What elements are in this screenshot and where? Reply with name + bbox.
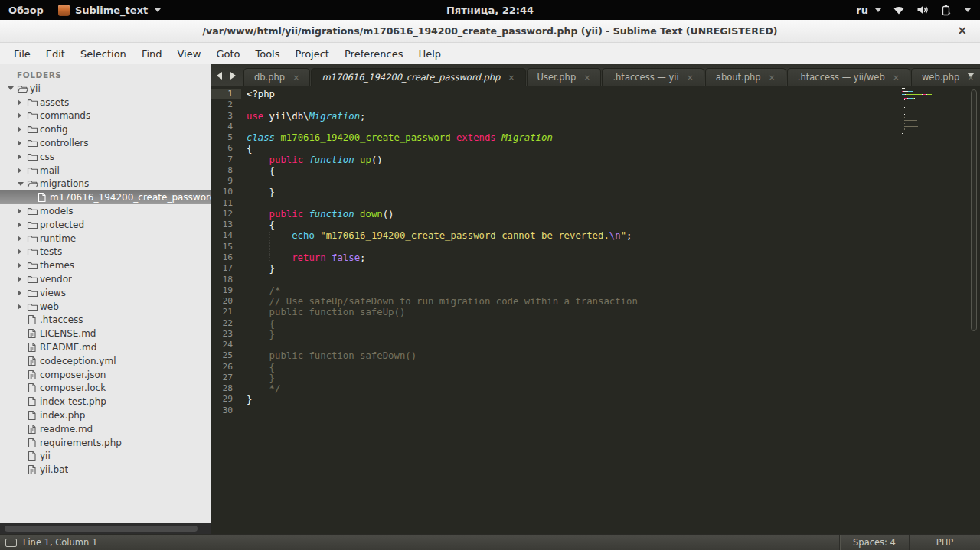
syntax-setting[interactable]: PHP: [909, 535, 980, 550]
code-line[interactable]: 5class m170616_194200_create_password ex…: [211, 132, 980, 143]
code-line[interactable]: 25public function safeDown(): [211, 350, 980, 361]
sidebar-item-css[interactable]: css: [0, 150, 211, 164]
disclosure-triangle-icon[interactable]: [18, 290, 27, 296]
code-line[interactable]: 15: [211, 242, 980, 252]
app-menu-button[interactable]: Sublime_text: [58, 5, 161, 16]
code-line[interactable]: 6{: [211, 143, 980, 154]
code-line[interactable]: 12public function down(): [211, 209, 980, 220]
sidebar-item-web[interactable]: web: [0, 300, 211, 314]
sidebar-item-index.php[interactable]: index.php: [0, 408, 211, 422]
disclosure-triangle-icon[interactable]: [18, 249, 27, 255]
sidebar-item-assets[interactable]: assets: [0, 96, 211, 109]
code-line[interactable]: 27}: [211, 373, 980, 383]
menu-item-file[interactable]: File: [6, 48, 38, 60]
code-area[interactable]: 1<?php23use yii\db\Migration;45class m17…: [211, 86, 980, 534]
menu-item-project[interactable]: Project: [287, 48, 336, 60]
sidebar-horizontal-scrollbar[interactable]: [0, 523, 211, 534]
tab-close-icon[interactable]: ×: [893, 73, 900, 83]
sidebar-item-.htaccess[interactable]: .htaccess: [0, 314, 211, 327]
sidebar-item-views[interactable]: views: [0, 286, 211, 300]
disclosure-triangle-icon[interactable]: [18, 222, 27, 228]
tab-scroll-left-icon[interactable]: [217, 72, 222, 80]
tab-.htaccess — yii[interactable]: .htaccess — yii×: [602, 68, 704, 86]
code-line[interactable]: 13{: [211, 220, 980, 230]
code-line[interactable]: 14echo "m170616_194200_create_password c…: [211, 230, 980, 241]
sidebar-item-yii[interactable]: yii: [0, 450, 211, 464]
sidebar-item-controllers[interactable]: controllers: [0, 136, 211, 150]
code-line[interactable]: 29}: [211, 394, 980, 405]
code-line[interactable]: 10}: [211, 187, 980, 197]
disclosure-triangle-icon[interactable]: [18, 262, 27, 268]
window-close-button[interactable]: ×: [957, 24, 967, 37]
sidebar-item-README.md[interactable]: README.md: [0, 340, 211, 354]
sidebar-item-models[interactable]: models: [0, 204, 211, 218]
menu-item-goto[interactable]: Goto: [208, 48, 247, 60]
tab-scroll-right-icon[interactable]: [230, 72, 236, 80]
code-line[interactable]: 8{: [211, 165, 980, 176]
code-line[interactable]: 3use yii\db\Migration;: [211, 111, 980, 122]
code-line[interactable]: 19/*: [211, 285, 980, 296]
sublime-panel-icon[interactable]: [5, 539, 17, 547]
code-line[interactable]: 2: [211, 99, 980, 110]
disclosure-triangle-icon[interactable]: [18, 236, 27, 242]
disclosure-triangle-icon[interactable]: [18, 182, 27, 186]
code-line[interactable]: 21public function safeUp(): [211, 307, 980, 317]
indentation-setting[interactable]: Spaces: 4: [839, 535, 909, 550]
code-line[interactable]: 7public function up(): [211, 155, 980, 165]
code-line[interactable]: 26{: [211, 362, 980, 373]
tab-close-icon[interactable]: ×: [583, 73, 590, 83]
code-line[interactable]: 18: [211, 275, 980, 285]
tab-User.php[interactable]: User.php×: [527, 68, 602, 86]
sidebar-item-config[interactable]: config: [0, 122, 211, 136]
disclosure-triangle-icon[interactable]: [18, 99, 27, 106]
sidebar-item-commands[interactable]: commands: [0, 109, 211, 123]
window-title-bar[interactable]: /var/www/html/yii/migrations/m170616_194…: [0, 20, 980, 43]
sidebar-item-requirements.php[interactable]: requirements.php: [0, 436, 211, 450]
disclosure-triangle-icon[interactable]: [18, 154, 27, 160]
disclosure-triangle-icon[interactable]: [18, 126, 27, 132]
disclosure-triangle-icon[interactable]: [18, 276, 27, 282]
sidebar-item-themes[interactable]: themes: [0, 259, 211, 272]
code-line[interactable]: 16return false;: [211, 252, 980, 263]
tab-about.php[interactable]: about.php×: [705, 68, 786, 86]
menu-item-edit[interactable]: Edit: [38, 48, 73, 60]
menu-item-find[interactable]: Find: [134, 48, 170, 60]
disclosure-triangle-icon[interactable]: [18, 168, 27, 174]
code-line[interactable]: 28*/: [211, 383, 980, 394]
disclosure-triangle-icon[interactable]: [18, 140, 27, 146]
sidebar-item-tests[interactable]: tests: [0, 246, 211, 259]
tab-close-icon[interactable]: ×: [508, 73, 514, 83]
tab-overflow-icon[interactable]: [967, 73, 975, 77]
sidebar-item-runtime[interactable]: runtime: [0, 232, 211, 246]
volume-icon[interactable]: [916, 5, 929, 15]
code-line[interactable]: 30: [211, 405, 980, 416]
sidebar-item-migrations[interactable]: migrations: [0, 177, 211, 191]
code-line[interactable]: 23}: [211, 329, 980, 340]
wifi-icon[interactable]: [893, 5, 905, 15]
disclosure-triangle-icon[interactable]: [18, 112, 27, 119]
sidebar-item-readme.md[interactable]: readme.md: [0, 422, 211, 436]
menu-item-tools[interactable]: Tools: [247, 48, 287, 60]
scrollbar-thumb[interactable]: [5, 526, 198, 532]
menu-item-help[interactable]: Help: [410, 48, 449, 60]
sidebar-item-vendor[interactable]: vendor: [0, 272, 211, 286]
code-line[interactable]: 1<?php: [211, 89, 980, 99]
sidebar-item-mail[interactable]: mail: [0, 164, 211, 177]
tab-m170616_194200_create_password.php[interactable]: m170616_194200_create_password.php×: [311, 68, 525, 86]
code-line[interactable]: 11: [211, 198, 980, 209]
code-line[interactable]: 22{: [211, 318, 980, 329]
code-line[interactable]: 4: [211, 122, 980, 132]
sidebar-item-yii[interactable]: yii: [0, 82, 211, 96]
code-line[interactable]: 24: [211, 340, 980, 350]
menu-item-view[interactable]: View: [170, 48, 209, 60]
sidebar-item-composer.lock[interactable]: composer.lock: [0, 382, 211, 395]
sidebar-item-protected[interactable]: protected: [0, 218, 211, 232]
tab-db.php[interactable]: db.php×: [243, 68, 310, 86]
tab-close-icon[interactable]: ×: [687, 73, 694, 83]
tab-close-icon[interactable]: ×: [769, 73, 776, 83]
keyboard-layout-button[interactable]: ru: [856, 5, 881, 16]
menu-item-preferences[interactable]: Preferences: [337, 48, 410, 60]
editor-vertical-scrollbar-thumb[interactable]: [971, 89, 977, 331]
code-line[interactable]: 9: [211, 176, 980, 187]
menu-item-selection[interactable]: Selection: [73, 48, 134, 60]
